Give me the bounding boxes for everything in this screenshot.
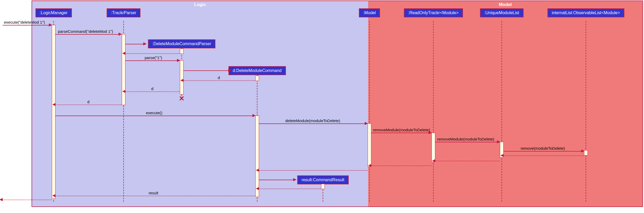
- label-m12: result: [149, 191, 158, 195]
- model-box-title: Model: [499, 2, 512, 7]
- arrow-create-dmc: [228, 69, 231, 72]
- label-m7: execute(): [146, 111, 163, 115]
- arrow-m4: [180, 79, 184, 82]
- msg-return-model: [259, 170, 367, 171]
- msg-deletemodule: [259, 123, 367, 124]
- arrow-m3: [177, 59, 180, 62]
- msg-parsecommand: [55, 34, 121, 35]
- label-m8: deleteModule(moduleToDelete): [285, 118, 340, 123]
- label-m10: removeModule(moduleToDelete): [437, 137, 494, 141]
- msg-create-cr: [259, 180, 296, 180]
- msg-parse: [125, 60, 180, 61]
- activation-dmcp: [180, 60, 184, 95]
- msg-return-rot: [371, 165, 431, 166]
- arrow-create-cr: [293, 178, 296, 181]
- msg-create-dmcp-return: [125, 53, 180, 54]
- arrow-m8: [365, 122, 368, 125]
- msg-removemodule2: [435, 142, 500, 142]
- msg-removemodule1: [371, 133, 431, 133]
- activation-dmc-create: [255, 76, 259, 81]
- msg-return-d1: [184, 80, 255, 81]
- sequence-diagram: Logic Model :LogicManager :TrackrParser …: [0, 0, 644, 213]
- arrow-create-dmcp: [143, 42, 146, 45]
- msg-return-uml: [435, 161, 500, 161]
- arrow-m5: [122, 90, 125, 93]
- arrow-create-dmcp-return: [122, 52, 125, 55]
- msg-return-ext: [3, 200, 52, 200]
- activation-tp: [122, 34, 125, 105]
- label-m4: d: [218, 75, 220, 80]
- arrow-ret-uml: [432, 159, 435, 162]
- participant-cr: result:CommandResult: [297, 175, 349, 184]
- activation-dmcp-create: [180, 49, 184, 54]
- participant-trackrparser: :TrackrParser: [107, 8, 140, 17]
- activation-lm: [52, 25, 55, 199]
- participant-model: :Model: [359, 8, 380, 17]
- lifeline-rot: [433, 21, 434, 202]
- lifeline-uml: [501, 21, 502, 202]
- arrow-m11: [581, 149, 584, 153]
- lifeline-obs: [586, 21, 586, 202]
- msg-remove: [504, 151, 584, 152]
- label-m3: parse("1"): [145, 55, 162, 60]
- label-m1: execute("deleteMod 1"): [4, 20, 45, 24]
- arrow-m6: [52, 103, 55, 106]
- activation-rot: [432, 133, 435, 162]
- label-m2: parseCommand("deleteMod 1"): [58, 29, 113, 34]
- arrow-ret-obs: [500, 154, 504, 157]
- msg-return-d3: [55, 105, 121, 105]
- msg-return-cr: [259, 189, 321, 189]
- msg-return-obs: [504, 155, 584, 156]
- arrow-m10: [497, 140, 500, 143]
- participant-observablelist: internalList:ObservableList<Module>: [547, 8, 624, 17]
- participant-uniquemodulelist: :UniqueModuleList: [480, 8, 524, 17]
- participant-dmc: d:DeleteModuleCommand: [229, 66, 286, 75]
- destroy-dmcp: ✕: [179, 95, 185, 103]
- arrow-m7: [252, 114, 256, 117]
- arrow-m12: [52, 194, 55, 197]
- activation-cr: [321, 184, 325, 189]
- arrow-ret-cr: [256, 187, 259, 190]
- label-m5: d: [151, 86, 153, 91]
- participant-dmcp: :DeleteModuleCommandParser: [148, 39, 215, 48]
- arrow-m2: [119, 33, 122, 36]
- activation-model: [368, 123, 371, 167]
- lifeline-model: [369, 21, 370, 202]
- label-m11: remove(moduleToDelete): [521, 146, 565, 150]
- label-m6: d: [87, 100, 89, 104]
- arrow-ret-model: [256, 169, 259, 172]
- activation-dmc: [255, 116, 259, 197]
- participant-readonlytrackr: :ReadOnlyTrackr<Module>: [404, 8, 463, 17]
- msg-execute-deletemod: [3, 25, 52, 25]
- arrow-m1: [49, 23, 52, 27]
- label-m9: removeModule(moduleToDelete): [373, 128, 430, 132]
- activation-obs: [584, 150, 588, 155]
- model-box: Model: [368, 1, 643, 207]
- msg-result: [55, 196, 255, 196]
- msg-create-dmc: [184, 70, 231, 71]
- msg-execute: [55, 116, 255, 116]
- logic-box-title: Logic: [194, 2, 206, 7]
- arrow-ret-ext: [0, 198, 3, 201]
- msg-return-d2: [125, 91, 180, 92]
- arrow-ret-rot: [368, 164, 371, 167]
- msg-create-dmcp: [125, 44, 146, 44]
- participant-logicmanager: :LogicManager: [36, 8, 72, 17]
